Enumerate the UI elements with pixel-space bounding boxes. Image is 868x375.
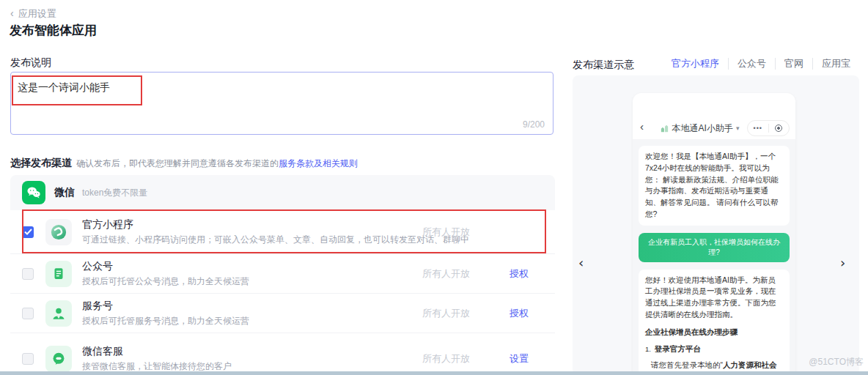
phone-mockup: ‹ 本地通AI小助手 ▾ ••• 欢迎您！我是【本地通AI助手】，一个7x24小… [633, 93, 795, 375]
miniprogram-title: 官方小程序 [82, 218, 422, 231]
channel-row-service-account[interactable]: 服务号 授权后可托管服务号消息，助力全天候运营 所有人开放 授权 [10, 293, 555, 333]
terms-link[interactable]: 服务条款及相关规则 [279, 158, 358, 168]
horizontal-scrollbar[interactable] [0, 371, 868, 375]
service-account-icon [45, 300, 72, 327]
channel-section-header: 选择发布渠道确认发布后，即代表您理解并同意遵循各发布渠道的服务条款及相关规则 [10, 157, 358, 170]
wecom-service-checkbox[interactable] [22, 353, 34, 365]
channel-section-title: 选择发布渠道 [10, 157, 72, 168]
miniprogram-capsule: ••• [747, 120, 790, 136]
breadcrumb[interactable]: ‹应用设置 [10, 7, 56, 21]
step1-title: 登录官方平台 [655, 344, 701, 353]
service-account-desc: 授权后可托管服务号消息，助力全天候运营 [82, 315, 422, 327]
miniprogram-checkbox[interactable] [22, 226, 34, 238]
official-account-checkbox[interactable] [22, 268, 34, 280]
watermark: @51CTO博客 [809, 356, 864, 368]
official-account-authorize-link[interactable]: 授权 [510, 267, 543, 281]
app-logo-icon [660, 124, 669, 133]
service-account-scope: 所有人开放 [422, 307, 492, 320]
caret-down-icon: ▾ [736, 125, 740, 132]
back-chevron-icon: ‹ [10, 7, 14, 19]
tab-appstore[interactable]: 应用宝 [812, 58, 859, 70]
page-title: 发布智能体应用 [10, 22, 97, 39]
service-account-checkbox[interactable] [22, 308, 34, 319]
publish-desc-textarea[interactable]: 这是一个诗词小能手 9/200 [10, 72, 553, 135]
chat-question-bubble[interactable]: 企业有新员工入职，社保增员如何在线办理? [639, 233, 790, 262]
wechat-group-header: 微信 token免费不限量 [10, 175, 555, 210]
miniprogram-desc: 可通过链接、小程序码访问使用；可嵌入公众号菜单、文章、自动回复，也可以转发至对话… [82, 234, 422, 246]
wecom-service-settings-link[interactable]: 设置 [510, 352, 543, 365]
miniprogram-icon [45, 219, 72, 245]
channel-row-miniprogram[interactable]: 官方小程序 可通过链接、小程序码访问使用；可嵌入公众号菜单、文章、自动回复，也可… [10, 210, 555, 253]
wechat-group-name: 微信 [54, 186, 75, 199]
channel-section-note: 确认发布后，即代表您理解并同意遵循各发布渠道的 [76, 158, 279, 168]
carousel-next-icon[interactable]: › [840, 255, 845, 270]
chat-answer-bubble: 您好！欢迎使用本地通AI助手。为新员工办理社保增员是一项常见业务，现在通过线上渠… [639, 270, 790, 375]
answer-intro: 您好！欢迎使用本地通AI助手。为新员工办理社保增员是一项常见业务，现在通过线上渠… [645, 275, 783, 321]
official-account-title: 公众号 [82, 260, 422, 273]
service-account-authorize-link[interactable]: 授权 [510, 307, 543, 320]
chat-area: 欢迎您！我是【本地通AI助手】，一个7x24小时在线的智能助手。我可以为您： 解… [633, 139, 795, 375]
preview-section-title: 发布渠道示意 [573, 59, 634, 72]
service-account-title: 服务号 [82, 300, 422, 313]
phone-app-title[interactable]: 本地通AI小助手 [672, 122, 733, 135]
char-counter: 9/200 [523, 119, 545, 130]
wecom-service-scope: 所有人开放 [422, 352, 492, 365]
tab-website[interactable]: 官网 [775, 58, 812, 70]
wechat-token-note: token免费不限量 [82, 187, 147, 199]
publish-desc-value: 这是一个诗词小能手 [18, 81, 110, 94]
tab-miniprogram[interactable]: 官方小程序 [663, 58, 728, 70]
channel-row-official-account[interactable]: 公众号 授权后可托管公众号消息，助力全天候运营 所有人开放 授权 [10, 253, 555, 293]
tab-official-account[interactable]: 公众号 [728, 58, 775, 70]
wecom-service-desc: 接管微信客服，让智能体接待您的客户 [82, 360, 422, 373]
step1-number: 1. [645, 345, 651, 353]
carousel-prev-icon[interactable]: ‹ [578, 255, 584, 270]
answer-heading: 企业社保增员在线办理步骤 [645, 327, 783, 338]
miniprogram-scope: 所有人开放 [422, 226, 492, 239]
phone-back-icon[interactable]: ‹ [640, 120, 644, 133]
wechat-channel-card: 微信 token免费不限量 官方小程序 可通过链接、小程序码访问使用；可嵌入公众… [10, 175, 555, 375]
more-menu-icon[interactable]: ••• [748, 125, 768, 132]
wecom-service-icon [45, 346, 72, 372]
close-target-icon[interactable] [769, 125, 790, 132]
official-account-desc: 授权后可托管公众号消息，助力全天候运营 [82, 275, 422, 288]
chat-welcome-bubble: 欢迎您！我是【本地通AI助手】，一个7x24小时在线的智能助手。我可以为您： 解… [639, 146, 790, 226]
wecom-service-title: 微信客服 [82, 345, 422, 358]
official-account-icon [45, 261, 72, 287]
welcome-text: 欢迎您！我是【本地通AI助手】，一个7x24小时在线的智能助手。我可以为您： 解… [645, 152, 778, 218]
channel-row-wecom-service[interactable]: 微信客服 接管微信客服，让智能体接待您的客户 所有人开放 设置 [10, 333, 555, 375]
official-account-scope: 所有人开放 [422, 267, 492, 281]
preview-tabs: 官方小程序 公众号 官网 应用宝 [663, 58, 859, 70]
breadcrumb-label: 应用设置 [18, 8, 56, 19]
publish-desc-label: 发布说明 [10, 56, 51, 70]
phone-header: ‹ 本地通AI小助手 ▾ ••• [633, 117, 795, 139]
wechat-icon [22, 181, 45, 204]
